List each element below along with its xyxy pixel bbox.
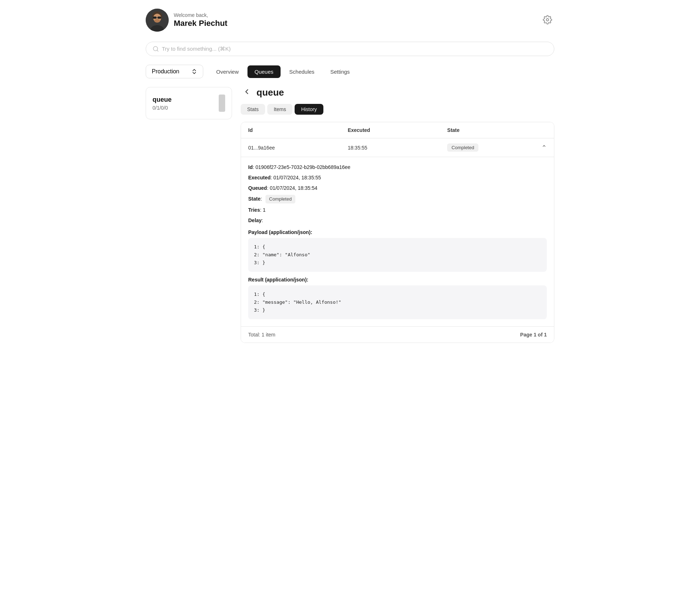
detail-queued-line: Queued: 01/07/2024, 18:35:54 — [248, 184, 547, 192]
sub-tabs: Stats Items History — [241, 104, 554, 115]
table-row[interactable]: 01...9a16ee 18:35:55 Completed ⌃ — [241, 138, 554, 157]
table-header: Id Executed State — [241, 122, 554, 138]
col-executed: Executed — [348, 127, 447, 133]
expanded-detail: Id: 01906f27-23e5-7032-b29b-02bb689a16ee… — [241, 157, 554, 327]
state-badge: Completed — [447, 143, 478, 152]
detail-tries-line: Tries: 1 — [248, 206, 547, 214]
queue-card[interactable]: queue 0/1/0/0 — [146, 87, 232, 119]
result-line-3: 3: } — [254, 306, 541, 314]
page-indicator: Page 1 of 1 — [520, 332, 547, 338]
result-label: Result (application/json): — [248, 277, 547, 283]
avatar — [146, 9, 169, 32]
nav-bar: Production Overview Queues Schedules Set… — [146, 65, 554, 78]
environment-label: Production — [152, 68, 179, 75]
queue-info: queue 0/1/0/0 — [153, 96, 172, 111]
tab-schedules[interactable]: Schedules — [282, 65, 322, 78]
detail-delay-line: Delay: — [248, 217, 547, 224]
detail-executed-line: Executed: 01/07/2024, 18:35:55 — [248, 174, 547, 182]
row-id: 01...9a16ee — [248, 145, 348, 151]
result-line-1: 1: { — [254, 290, 541, 298]
subtab-stats[interactable]: Stats — [241, 104, 265, 115]
detail-header: queue — [241, 87, 554, 98]
payload-line-2: 2: "name": "Alfonso" — [254, 251, 541, 259]
detail-executed-value: 01/07/2024, 18:35:55 — [273, 175, 321, 180]
detail-id-value: 01906f27-23e5-7032-b29b-02bb689a16ee — [255, 164, 350, 170]
history-table: Id Executed State 01...9a16ee 18:35:55 C… — [241, 122, 554, 343]
payload-label: Payload (application/json): — [248, 229, 547, 235]
detail-title: queue — [256, 87, 284, 98]
chevron-updown-icon — [191, 69, 197, 74]
svg-point-8 — [546, 18, 549, 21]
svg-line-10 — [157, 50, 158, 51]
subtab-history[interactable]: History — [295, 104, 323, 115]
detail-state-badge: Completed — [265, 195, 295, 203]
detail-queued-value: 01/07/2024, 18:35:54 — [270, 185, 317, 191]
tab-queues[interactable]: Queues — [247, 65, 281, 78]
nav-tabs: Overview Queues Schedules Settings — [209, 65, 357, 78]
svg-point-6 — [154, 19, 160, 23]
back-button[interactable] — [241, 87, 253, 98]
col-state: State — [447, 127, 547, 133]
detail-tries-value: 1 — [263, 207, 265, 213]
queue-bar-indicator — [219, 95, 225, 112]
chevron-up-icon: ⌃ — [541, 144, 547, 152]
detail-state-line: State: Completed — [248, 195, 547, 203]
welcome-text: Welcome back, — [174, 12, 227, 18]
col-id: Id — [248, 127, 348, 133]
subtab-items[interactable]: Items — [267, 104, 292, 115]
content: queue 0/1/0/0 queue Stats Items — [146, 87, 554, 343]
row-state-cell: Completed ⌃ — [447, 143, 547, 152]
queue-sidebar: queue 0/1/0/0 — [146, 87, 232, 343]
payload-code: 1: { 2: "name": "Alfonso" 3: } — [248, 238, 547, 272]
search-placeholder: Try to find something... (⌘K) — [162, 46, 231, 52]
tab-overview[interactable]: Overview — [209, 65, 246, 78]
row-executed: 18:35:55 — [348, 145, 447, 151]
environment-selector[interactable]: Production — [146, 65, 203, 78]
header-left: Welcome back, Marek Piechut — [146, 9, 227, 32]
payload-line-1: 1: { — [254, 243, 541, 251]
queue-name: queue — [153, 96, 172, 104]
header: Welcome back, Marek Piechut — [146, 9, 554, 32]
settings-button[interactable] — [541, 13, 554, 28]
detail-id-line: Id: 01906f27-23e5-7032-b29b-02bb689a16ee — [248, 164, 547, 171]
user-name: Marek Piechut — [174, 19, 227, 28]
search-icon — [153, 46, 159, 52]
chevron-left-icon — [243, 88, 251, 96]
user-info: Welcome back, Marek Piechut — [174, 12, 227, 28]
search-bar[interactable]: Try to find something... (⌘K) — [146, 42, 554, 56]
result-code: 1: { 2: "message": "Hello, Alfonso!" 3: … — [248, 285, 547, 319]
result-line-2: 2: "message": "Hello, Alfonso!" — [254, 298, 541, 306]
detail-panel: queue Stats Items History Id Executed St… — [241, 87, 554, 343]
svg-rect-4 — [158, 17, 161, 19]
queue-stats: 0/1/0/0 — [153, 105, 172, 111]
payload-line-3: 3: } — [254, 259, 541, 267]
svg-rect-3 — [153, 17, 156, 19]
total-count: Total: 1 item — [248, 332, 275, 338]
tab-settings[interactable]: Settings — [323, 65, 357, 78]
table-footer: Total: 1 item Page 1 of 1 — [241, 327, 554, 343]
